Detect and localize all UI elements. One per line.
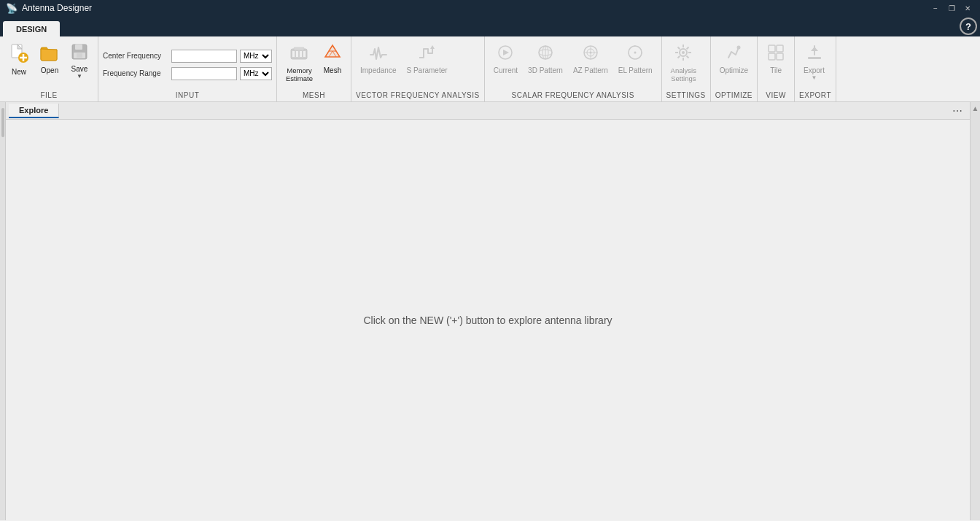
svg-rect-51 <box>777 45 783 52</box>
svg-marker-26 <box>503 50 509 55</box>
app-icon: 📡 <box>6 3 18 14</box>
vector-freq-items: Impedance S Parameter <box>356 39 480 90</box>
svg-rect-55 <box>808 57 821 59</box>
sidebar <box>0 102 6 520</box>
svg-line-45 <box>678 47 680 50</box>
el-pattern-button[interactable]: EL Pattern <box>614 39 657 77</box>
current-button[interactable]: Current <box>489 39 522 77</box>
settings-section-items: AnalysisSettings <box>666 39 706 90</box>
svg-rect-8 <box>77 53 82 58</box>
ribbon-tabs-bar: DESIGN ? <box>0 16 980 36</box>
sidebar-handle <box>1 108 4 137</box>
file-section-label: FILE <box>4 90 93 101</box>
view-section-label: VIEW <box>762 90 790 101</box>
current-label: Current <box>494 66 518 75</box>
svg-rect-52 <box>769 53 775 60</box>
freq-range-input[interactable] <box>171 67 237 80</box>
svg-marker-23 <box>325 45 340 57</box>
tile-button[interactable]: Tile <box>762 39 790 77</box>
memory-estimate-icon <box>289 43 308 65</box>
svg-point-38 <box>634 52 637 54</box>
svg-marker-54 <box>811 47 818 51</box>
analysis-settings-label: AnalysisSettings <box>671 66 696 83</box>
s-parameter-label: S Parameter <box>406 66 447 75</box>
mesh-icon <box>323 43 342 65</box>
new-button[interactable]: New <box>4 39 34 79</box>
center-freq-input[interactable] <box>171 50 237 63</box>
pattern-3d-label: 3D Pattern <box>528 66 563 75</box>
svg-rect-11 <box>296 51 298 57</box>
open-button[interactable]: Open <box>35 39 64 77</box>
pattern-3d-icon <box>536 43 555 65</box>
main-area: Explore ⋯ Click on the NEW ('+') button … <box>0 102 980 520</box>
optimize-section: Optimize OPTIMIZE <box>711 36 758 101</box>
workspace-hint: Click on the NEW ('+') button to explore… <box>363 314 612 326</box>
scalar-freq-items: Current 3D Pattern <box>489 39 657 90</box>
freq-range-label: Frequency Range <box>103 69 168 77</box>
current-icon <box>496 43 515 65</box>
impedance-label: Impedance <box>360 66 396 75</box>
el-pattern-label: EL Pattern <box>618 66 653 75</box>
impedance-button[interactable]: Impedance <box>356 39 400 77</box>
tab-bar: Explore ⋯ <box>6 102 970 120</box>
open-label: Open <box>41 66 58 75</box>
app-title: Antenna Designer <box>22 3 92 13</box>
optimize-icon <box>724 43 743 65</box>
save-button[interactable]: Save ▼ <box>66 39 93 82</box>
freq-range-unit-select[interactable]: MHz GHz kHz <box>240 67 272 80</box>
mesh-button[interactable]: Mesh <box>319 39 346 77</box>
analysis-settings-button[interactable]: AnalysisSettings <box>666 39 701 85</box>
view-section: Tile VIEW <box>758 36 795 101</box>
mesh-section-items: MemoryEstimate <box>281 39 346 90</box>
save-dropdown-arrow: ▼ <box>77 73 82 80</box>
svg-line-47 <box>687 47 689 50</box>
tile-label: Tile <box>770 66 782 75</box>
save-icon <box>71 43 88 63</box>
titlebar: 📡 Antenna Designer − ❐ ✕ <box>0 0 980 16</box>
restore-button[interactable]: ❐ <box>945 1 958 15</box>
open-icon <box>39 43 60 65</box>
export-dropdown-arrow: ▼ <box>812 74 817 81</box>
file-section: New Open <box>0 36 98 101</box>
right-scrollbar: ▲ <box>970 102 980 520</box>
center-freq-unit-select[interactable]: MHz GHz kHz <box>240 50 272 63</box>
tile-icon <box>766 43 785 65</box>
svg-rect-6 <box>75 45 82 50</box>
view-section-items: Tile <box>762 39 790 90</box>
titlebar-left: 📡 Antenna Designer <box>6 3 92 14</box>
svg-rect-53 <box>777 53 783 60</box>
settings-section: AnalysisSettings SETTINGS <box>662 36 711 101</box>
input-section: Center Frequency MHz GHz kHz Frequency R… <box>98 36 277 101</box>
tab-more-button[interactable]: ⋯ <box>948 105 967 117</box>
svg-rect-14 <box>294 47 304 50</box>
mesh-section: MemoryEstimate <box>277 36 351 101</box>
minimize-button[interactable]: − <box>929 1 942 15</box>
scalar-freq-section-label: SCALAR FREQUENCY ANALYSIS <box>489 90 657 101</box>
tab-explore[interactable]: Explore <box>9 104 59 118</box>
export-button[interactable]: Export ▼ <box>799 39 829 83</box>
input-section-label: INPUT <box>103 90 272 101</box>
center-freq-label: Center Frequency <box>103 52 168 60</box>
pattern-3d-button[interactable]: 3D Pattern <box>524 39 567 77</box>
optimize-button[interactable]: Optimize <box>715 39 752 77</box>
memory-estimate-label: MemoryEstimate <box>286 66 313 83</box>
memory-estimate-button[interactable]: MemoryEstimate <box>281 39 317 85</box>
az-pattern-button[interactable]: AZ Pattern <box>569 39 612 77</box>
svg-point-40 <box>682 51 685 54</box>
help-button[interactable]: ? <box>960 18 977 35</box>
s-parameter-icon <box>418 43 437 65</box>
workspace: Click on the NEW ('+') button to explore… <box>6 120 970 520</box>
tab-design[interactable]: DESIGN <box>3 21 60 36</box>
scroll-up-arrow[interactable]: ▲ <box>972 104 979 114</box>
svg-point-49 <box>737 46 741 50</box>
s-parameter-button[interactable]: S Parameter <box>402 39 451 77</box>
scalar-freq-section: Current 3D Pattern <box>485 36 662 101</box>
file-section-items: New Open <box>4 39 93 90</box>
analysis-settings-icon <box>674 43 693 65</box>
close-button[interactable]: ✕ <box>961 1 974 15</box>
az-pattern-icon <box>581 43 600 65</box>
optimize-section-label: OPTIMIZE <box>715 90 752 101</box>
impedance-icon <box>369 43 388 65</box>
mesh-label: Mesh <box>324 66 341 75</box>
export-icon <box>805 43 824 65</box>
